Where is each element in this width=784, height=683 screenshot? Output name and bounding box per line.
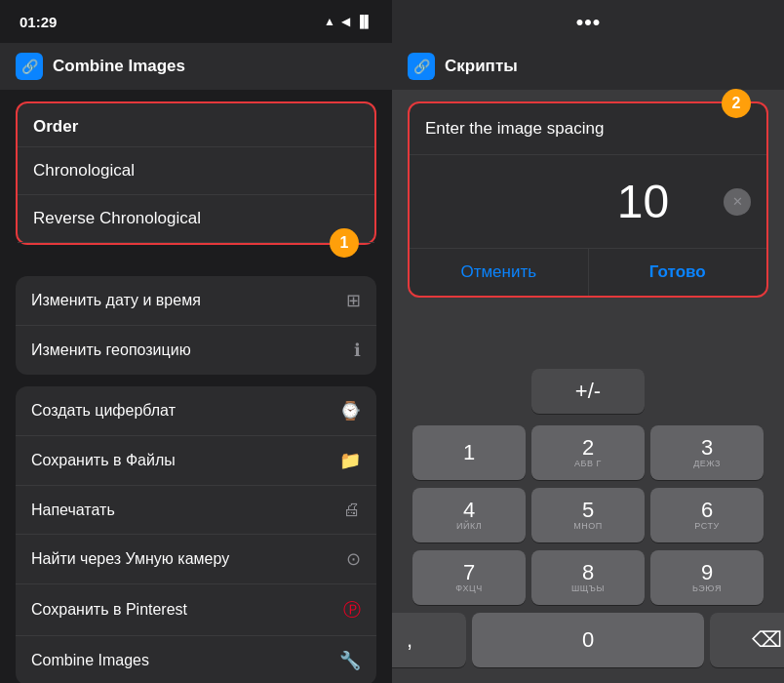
key-3-main: 3 [701, 437, 713, 459]
menu-item-datetime[interactable]: Изменить дату и время ⊞ [16, 276, 376, 326]
badge-1: 1 [330, 228, 359, 258]
order-item-reverse[interactable]: Reverse Chronological [18, 195, 374, 243]
keyboard-special-row: +/- [396, 369, 780, 414]
menu-item-pinterest[interactable]: Сохранить в Pinterest Ⓟ [16, 584, 376, 636]
key-1-main: 1 [463, 442, 475, 463]
key-6[interactable]: 6 РСТУ [650, 488, 764, 542]
menu-item-savefiles-label: Сохранить в Файлы [31, 452, 176, 469]
print-icon: 🖨 [343, 500, 361, 520]
status-bar-right: ●●● [392, 0, 784, 43]
combine-icon: 🔧 [339, 650, 361, 671]
key-4[interactable]: 4 ИЙКЛ [412, 488, 526, 542]
left-panel: 01:29 ▲ ◀ ▐▌ 🔗 Combine Images Order Chro… [0, 0, 392, 683]
key-1[interactable]: 1 [412, 425, 526, 480]
menu-group-2: Создать циферблат ⌚ Сохранить в Файлы 📁 … [16, 386, 376, 683]
plus-minus-label: +/- [575, 379, 601, 404]
keyboard-area: +/- 1 2 АБВ Г 3 ДЕЖЗ 4 ИЙКЛ [392, 309, 784, 683]
pinterest-icon: Ⓟ [343, 598, 361, 622]
order-section: Order Chronological Reverse Chronologica… [16, 101, 376, 245]
menu-item-geo-label: Изменить геопозицию [31, 342, 191, 359]
key-comma[interactable]: , [392, 613, 466, 667]
key-backspace[interactable]: ⌫ [710, 613, 784, 667]
key-5-main: 5 [582, 500, 594, 521]
key-6-sub: РСТУ [694, 522, 719, 531]
dialog-prompt: Enter the image spacing [410, 103, 766, 155]
menu-item-savefiles[interactable]: Сохранить в Файлы 📁 [16, 436, 376, 486]
key-9[interactable]: 9 ЬЭЮЯ [650, 550, 764, 605]
key-8[interactable]: 8 ШЩЪЫ [531, 550, 645, 605]
key-6-main: 6 [701, 500, 713, 521]
dialog-area: 2 Enter the image spacing 10 ✕ Отменить … [408, 101, 768, 298]
key-0[interactable]: 0 [472, 613, 704, 667]
key-9-sub: ЬЭЮЯ [692, 584, 722, 593]
order-header: Order [18, 103, 374, 147]
key-2-main: 2 [582, 437, 594, 459]
key-7-sub: ФХЦЧ [455, 584, 483, 593]
menu-item-datetime-label: Изменить дату и время [31, 292, 201, 309]
menu-item-combine[interactable]: Combine Images 🔧 [16, 636, 376, 683]
status-bar-left: 01:29 ▲ ◀ ▐▌ [0, 0, 392, 43]
clear-button[interactable]: ✕ [724, 188, 751, 216]
wifi-icon: ▲ [324, 15, 335, 28]
app-header-left: 🔗 Combine Images [0, 43, 392, 90]
keyboard-row-4: , 0 ⌫ [396, 613, 780, 667]
confirm-button[interactable]: Готово [589, 249, 767, 296]
geo-icon: ℹ [354, 340, 361, 361]
key-4-main: 4 [463, 500, 475, 521]
menu-item-print-label: Напечатать [31, 502, 115, 519]
menu-item-smartcamera-label: Найти через Умную камеру [31, 550, 229, 568]
backspace-icon: ⌫ [752, 629, 782, 651]
status-notch: ●●● [575, 14, 600, 29]
menu-item-watchface[interactable]: Создать циферблат ⌚ [16, 386, 376, 436]
app-title-left: Combine Images [53, 57, 185, 76]
key-7-main: 7 [463, 562, 475, 583]
plus-minus-key[interactable]: +/- [531, 369, 645, 414]
key-4-sub: ИЙКЛ [456, 522, 482, 531]
menu-group-1: Изменить дату и время ⊞ Изменить геопози… [16, 276, 376, 375]
menu-item-combine-label: Combine Images [31, 652, 149, 669]
keyboard-row-2: 4 ИЙКЛ 5 МНОП 6 РСТУ [396, 488, 780, 542]
status-icons: ▲ ◀ ▐▌ [324, 15, 372, 28]
scripts-title: Скрипты [445, 57, 518, 76]
key-5-sub: МНОП [573, 522, 602, 531]
dialog-value: 10 [574, 175, 712, 228]
key-3-sub: ДЕЖЗ [693, 460, 721, 468]
app-icon-left: 🔗 [16, 53, 43, 80]
order-item-chronological[interactable]: Chronological [18, 147, 374, 195]
menu-item-watchface-label: Создать циферблат [31, 402, 176, 420]
key-comma-main: , [407, 629, 412, 651]
key-3[interactable]: 3 ДЕЖЗ [650, 425, 764, 480]
app-header-right: 🔗 Скрипты [392, 43, 784, 90]
camera-icon: ⊙ [346, 548, 361, 570]
battery-icon: ▐▌ [356, 15, 372, 28]
files-icon: 📁 [339, 450, 361, 471]
status-time: 01:29 [20, 14, 57, 30]
cancel-button[interactable]: Отменить [410, 249, 589, 296]
key-9-main: 9 [701, 562, 713, 583]
menu-item-pinterest-label: Сохранить в Pinterest [31, 601, 187, 619]
datetime-icon: ⊞ [346, 290, 361, 311]
right-panel: ●●● 🔗 Скрипты 2 Enter the image spacing … [392, 0, 784, 683]
app-icon-right: 🔗 [408, 53, 435, 80]
menu-item-smartcamera[interactable]: Найти через Умную камеру ⊙ [16, 535, 376, 584]
key-2[interactable]: 2 АБВ Г [531, 425, 645, 480]
key-2-sub: АБВ Г [574, 460, 602, 468]
keyboard-row-1: 1 2 АБВ Г 3 ДЕЖЗ [396, 425, 780, 480]
key-7[interactable]: 7 ФХЦЧ [412, 550, 526, 605]
menu-item-print[interactable]: Напечатать 🖨 [16, 486, 376, 535]
dialog-buttons: Отменить Готово [410, 248, 766, 296]
badge-2: 2 [722, 89, 751, 118]
menu-list: Изменить дату и время ⊞ Изменить геопози… [0, 257, 392, 683]
key-5[interactable]: 5 МНОП [531, 488, 645, 542]
key-8-sub: ШЩЪЫ [571, 584, 605, 593]
menu-item-geo[interactable]: Изменить геопозицию ℹ [16, 326, 376, 375]
watchface-icon: ⌚ [339, 400, 361, 422]
signal-icon: ◀ [341, 15, 350, 28]
dialog-input-row: 10 ✕ [410, 155, 766, 248]
key-0-main: 0 [582, 629, 594, 651]
key-8-main: 8 [582, 562, 594, 583]
keyboard-row-3: 7 ФХЦЧ 8 ШЩЪЫ 9 ЬЭЮЯ [396, 550, 780, 605]
